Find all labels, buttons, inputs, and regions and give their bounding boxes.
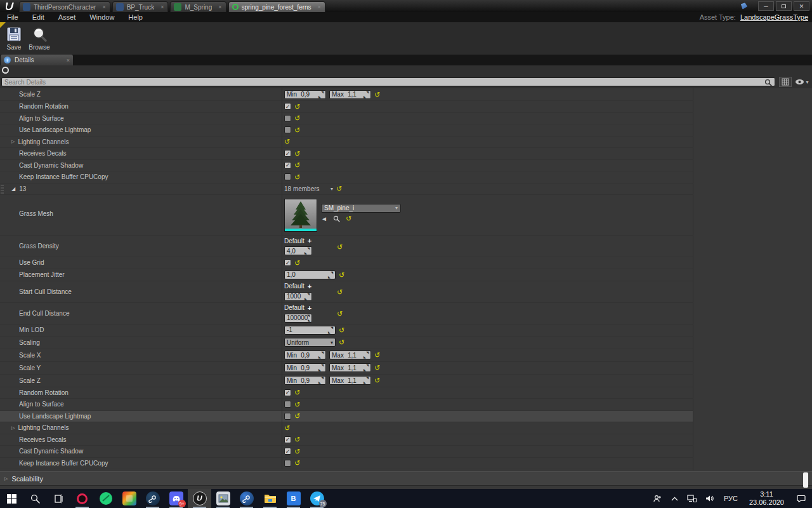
reset-to-default-icon[interactable]: ↺ [294, 413, 300, 419]
value-field[interactable]: Max1,1 [329, 376, 371, 385]
tab-close-icon[interactable]: × [160, 4, 164, 10]
taskbar-photos-icon[interactable] [117, 489, 141, 508]
asset-tab-bp_truck[interactable]: BP_Truck× [112, 1, 169, 12]
spinner-icon[interactable] [318, 91, 324, 98]
expander-collapsed-icon[interactable]: ▷ [11, 139, 15, 144]
restore-button[interactable] [776, 1, 792, 11]
checkbox[interactable] [284, 126, 291, 133]
reset-to-default-icon[interactable]: ↺ [294, 448, 300, 455]
checkbox[interactable] [284, 162, 291, 169]
mesh-asset-dropdown[interactable]: SM_pine_i▾ [321, 204, 401, 213]
drag-handle-icon[interactable] [1, 185, 4, 194]
visibility-filter-button[interactable]: ▾ [794, 77, 810, 87]
checkbox[interactable] [284, 413, 291, 420]
reset-to-default-icon[interactable]: ↺ [374, 364, 380, 371]
taskbar-telegram-icon[interactable]: 75 [305, 489, 329, 508]
reset-to-default-icon[interactable]: ↺ [294, 401, 300, 408]
menu-asset[interactable]: Asset [51, 13, 83, 21]
language-indicator[interactable]: РУС [724, 495, 738, 502]
taskbar-file-explorer-icon[interactable] [258, 489, 282, 508]
reset-to-default-icon[interactable]: ↺ [336, 185, 342, 192]
asset-tab-spring_pine_forest_ferns[interactable]: spring_pine_forest_ferns× [228, 1, 325, 12]
checkbox[interactable] [284, 150, 291, 157]
add-override-icon[interactable]: + [308, 283, 311, 290]
taskbar-unreal-engine-icon[interactable] [188, 489, 211, 508]
taskbar-steam-icon[interactable] [141, 489, 164, 508]
checkbox[interactable] [284, 436, 291, 443]
reset-to-default-icon[interactable]: ↺ [294, 127, 300, 133]
reset-to-default-icon[interactable]: ↺ [337, 310, 343, 318]
spinner-icon[interactable] [318, 352, 324, 358]
taskbar-task-view-button[interactable] [47, 489, 70, 508]
value-field[interactable]: 4,0 [284, 246, 312, 255]
value-field[interactable]: Max1,1 [329, 351, 371, 359]
value-field[interactable]: Min0,9 [284, 90, 326, 99]
expander-open-icon[interactable]: ◢ [11, 186, 15, 192]
reset-to-default-icon[interactable]: ↺ [294, 162, 300, 168]
reset-to-default-icon[interactable]: ↺ [374, 352, 380, 358]
details-tab-close-icon[interactable]: × [67, 57, 70, 64]
checkbox[interactable] [284, 448, 291, 455]
value-field[interactable]: Min0,9 [284, 363, 326, 372]
chevron-down-icon[interactable]: ▾ [331, 186, 333, 192]
value-field[interactable]: Max1,1 [329, 90, 371, 99]
reset-to-default-icon[interactable]: ↺ [339, 327, 344, 333]
reset-to-default-icon[interactable]: ↺ [346, 215, 351, 222]
spinner-icon[interactable] [363, 91, 369, 98]
mesh-thumbnail[interactable] [284, 199, 317, 232]
reset-to-default-icon[interactable]: ↺ [374, 91, 380, 98]
spinner-icon[interactable] [363, 364, 369, 371]
taskbar-discord-icon[interactable]: 9+ [164, 489, 188, 508]
value-field[interactable]: Min0,9 [284, 351, 326, 359]
value-field[interactable]: 100000 [284, 314, 312, 323]
feedback-gem-icon[interactable] [739, 1, 748, 10]
close-button[interactable]: ✕ [794, 1, 809, 11]
checkbox[interactable] [284, 389, 291, 396]
menu-window[interactable]: Window [82, 13, 121, 21]
taskbar-green-disc-app-icon[interactable] [94, 489, 117, 508]
spinner-icon[interactable] [304, 293, 310, 300]
people-icon[interactable] [653, 495, 662, 502]
checkbox[interactable] [284, 173, 291, 180]
browse-button[interactable]: Browse [27, 25, 52, 51]
spinner-icon[interactable] [328, 327, 333, 333]
reset-to-default-icon[interactable]: ↺ [294, 174, 300, 180]
value-field[interactable]: -1 [284, 326, 336, 335]
menu-file[interactable]: File [0, 13, 25, 21]
checkbox[interactable] [284, 460, 291, 467]
reset-to-default-icon[interactable]: ↺ [294, 115, 300, 121]
spinner-icon[interactable] [308, 315, 310, 321]
value-field[interactable]: 1,0 [284, 271, 336, 279]
browse-to-asset-icon[interactable] [333, 215, 340, 222]
taskbar-image-viewer-icon[interactable] [211, 489, 235, 508]
reset-to-default-icon[interactable]: ↺ [294, 260, 300, 266]
action-center-icon[interactable] [790, 495, 812, 502]
reset-to-default-icon[interactable]: ↺ [339, 339, 344, 345]
reset-to-default-icon[interactable]: ↺ [294, 460, 300, 466]
tab-close-icon[interactable]: × [218, 4, 221, 10]
taskbar-search-button[interactable] [23, 489, 47, 508]
reset-to-default-icon[interactable]: ↺ [294, 389, 300, 396]
checkbox[interactable] [284, 401, 291, 408]
asset-tab-thirdpersoncharacter[interactable]: ThirdPersonCharacter× [19, 1, 110, 12]
tab-details[interactable]: i Details × [1, 55, 73, 65]
taskbar-blue-b-app-icon[interactable]: B [282, 489, 305, 508]
spinner-icon[interactable] [363, 352, 369, 358]
spinner-icon[interactable] [328, 272, 333, 278]
reset-to-default-icon[interactable]: ↺ [337, 288, 343, 296]
value-field[interactable]: Min0,9 [284, 376, 326, 385]
clock[interactable]: 3:11 23.06.2020 [749, 490, 784, 507]
scrollbar-thumb[interactable] [803, 472, 808, 488]
checkbox[interactable] [284, 103, 291, 110]
reset-to-default-icon[interactable]: ↺ [284, 138, 290, 145]
reset-to-default-icon[interactable]: ↺ [294, 436, 300, 443]
minimize-button[interactable]: ─ [758, 1, 774, 11]
add-override-icon[interactable]: + [308, 237, 311, 244]
reset-to-default-icon[interactable]: ↺ [374, 377, 380, 384]
scaling-dropdown[interactable]: Uniform▾ [284, 338, 336, 347]
scalability-header[interactable]: ▷ Scalability [0, 471, 812, 486]
asset-tab-m_spring[interactable]: M_Spring× [170, 1, 226, 12]
expander-collapsed-icon[interactable]: ▷ [11, 425, 15, 431]
use-selected-asset-icon[interactable]: ◄ [321, 215, 327, 222]
taskbar-steam-chat-icon[interactable] [235, 489, 258, 508]
